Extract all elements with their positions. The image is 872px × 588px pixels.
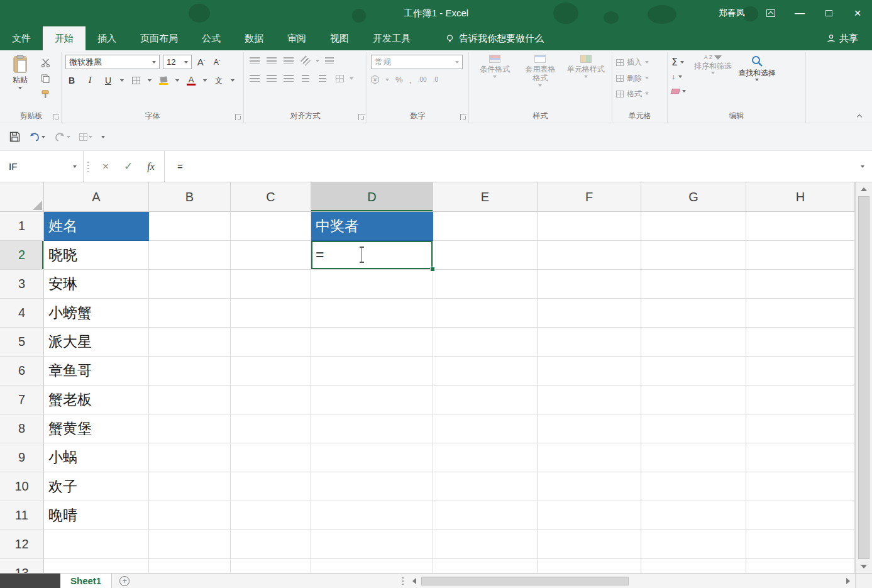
cell-D7[interactable] xyxy=(311,386,433,414)
cell-styles-button[interactable]: 单元格样式 xyxy=(564,55,608,78)
cell-C6[interactable] xyxy=(231,357,311,386)
column-header-C[interactable]: C xyxy=(231,182,311,212)
cell-E3[interactable] xyxy=(433,270,538,299)
cell-B7[interactable] xyxy=(149,386,231,414)
column-header-G[interactable]: G xyxy=(641,182,746,212)
increase-indent-button[interactable] xyxy=(316,72,329,84)
cell-A10[interactable]: 欢子 xyxy=(44,472,149,501)
cell-C2[interactable] xyxy=(231,241,311,270)
font-color-dropdown-icon[interactable] xyxy=(203,79,207,82)
cell-G12[interactable] xyxy=(641,530,746,559)
cell-H8[interactable] xyxy=(746,414,855,443)
cell-H10[interactable] xyxy=(746,472,855,501)
cell-E1[interactable] xyxy=(433,212,538,241)
cell-A11[interactable]: 晚晴 xyxy=(44,501,149,530)
align-top-button[interactable] xyxy=(248,55,262,67)
name-box[interactable]: IF xyxy=(0,151,84,182)
cell-A4[interactable]: 小螃蟹 xyxy=(44,299,149,328)
scroll-up-icon[interactable] xyxy=(856,182,872,196)
cell-B4[interactable] xyxy=(149,299,231,328)
decrease-font-button[interactable]: Aˇ xyxy=(211,56,223,69)
number-format-select[interactable]: 常规 xyxy=(371,55,463,69)
cell-A8[interactable]: 蟹黄堡 xyxy=(44,414,149,443)
cell-B12[interactable] xyxy=(149,530,231,559)
column-header-B[interactable]: B xyxy=(149,182,231,212)
find-select-button[interactable]: 查找和选择 xyxy=(735,55,779,81)
column-header-E[interactable]: E xyxy=(433,182,538,212)
cell-G13[interactable] xyxy=(641,559,746,573)
row-header-11[interactable]: 11 xyxy=(0,501,44,530)
cell-D3[interactable] xyxy=(311,270,433,299)
cell-E10[interactable] xyxy=(433,472,538,501)
tab-data[interactable]: 数据 xyxy=(233,26,275,50)
cell-H1[interactable] xyxy=(746,212,855,241)
align-center-button[interactable] xyxy=(265,72,279,84)
cell-G8[interactable] xyxy=(641,414,746,443)
cell-E11[interactable] xyxy=(433,501,538,530)
cell-E4[interactable] xyxy=(433,299,538,328)
clipboard-dialog-launcher[interactable] xyxy=(53,114,59,120)
cut-button[interactable] xyxy=(38,57,53,69)
fill-button[interactable]: ↓ xyxy=(671,70,686,82)
sheet-tab-sheet1[interactable]: Sheet1 xyxy=(60,574,112,588)
autosum-button[interactable]: Σ xyxy=(671,56,686,68)
qat-custom-button[interactable] xyxy=(76,128,96,146)
borders-button[interactable] xyxy=(130,74,142,87)
sort-filter-button[interactable]: A Z 排序和筛选 xyxy=(691,55,735,74)
decrease-decimal-button[interactable]: .0 xyxy=(433,76,438,83)
cell-G11[interactable] xyxy=(641,501,746,530)
horizontal-scroll-thumb[interactable] xyxy=(421,577,629,585)
row-header-9[interactable]: 9 xyxy=(0,443,44,472)
cell-C13[interactable] xyxy=(231,559,311,573)
cell-B10[interactable] xyxy=(149,472,231,501)
cell-H6[interactable] xyxy=(746,357,855,386)
cell-F8[interactable] xyxy=(538,414,641,443)
cell-E5[interactable] xyxy=(433,328,538,357)
cancel-button[interactable]: × xyxy=(95,151,116,182)
cell-B8[interactable] xyxy=(149,414,231,443)
cell-A3[interactable]: 安琳 xyxy=(44,270,149,299)
cell-H7[interactable] xyxy=(746,386,855,414)
formula-input[interactable]: = xyxy=(164,151,853,182)
align-middle-button[interactable] xyxy=(265,55,279,67)
cell-G5[interactable] xyxy=(641,328,746,357)
scroll-down-icon[interactable] xyxy=(856,560,872,573)
cell-F12[interactable] xyxy=(538,530,641,559)
row-header-12[interactable]: 12 xyxy=(0,530,44,559)
cell-B13[interactable] xyxy=(149,559,231,573)
cell-F1[interactable] xyxy=(538,212,641,241)
cell-F9[interactable] xyxy=(538,443,641,472)
cell-A2[interactable]: 晓晓 xyxy=(44,241,149,270)
fill-color-dropdown-icon[interactable] xyxy=(175,79,179,82)
cell-A6[interactable]: 章鱼哥 xyxy=(44,357,149,386)
cell-D5[interactable] xyxy=(311,328,433,357)
cell-F4[interactable] xyxy=(538,299,641,328)
align-left-button[interactable] xyxy=(248,72,262,84)
cell-A12[interactable] xyxy=(44,530,149,559)
conditional-formatting-button[interactable]: 条件格式 xyxy=(473,55,517,78)
cell-D4[interactable] xyxy=(311,299,433,328)
cell-F7[interactable] xyxy=(538,386,641,414)
cell-D8[interactable] xyxy=(311,414,433,443)
cell-C4[interactable] xyxy=(231,299,311,328)
cell-F5[interactable] xyxy=(538,328,641,357)
cell-D1[interactable]: 中奖者 xyxy=(311,212,433,241)
cell-H4[interactable] xyxy=(746,299,855,328)
select-all-corner[interactable] xyxy=(0,182,44,212)
fill-color-button[interactable] xyxy=(157,74,170,87)
row-header-3[interactable]: 3 xyxy=(0,270,44,299)
row-header-4[interactable]: 4 xyxy=(0,299,44,328)
font-dialog-launcher[interactable] xyxy=(235,114,241,120)
decrease-indent-button[interactable] xyxy=(299,72,312,84)
cell-C3[interactable] xyxy=(231,270,311,299)
cell-G1[interactable] xyxy=(641,212,746,241)
minimize-button[interactable]: — xyxy=(785,0,814,26)
row-header-13[interactable]: 13 xyxy=(0,559,44,573)
increase-decimal-button[interactable]: .00 xyxy=(418,76,427,83)
cell-G6[interactable] xyxy=(641,357,746,386)
borders-dropdown-icon[interactable] xyxy=(148,79,152,82)
row-header-6[interactable]: 6 xyxy=(0,357,44,386)
copy-button[interactable] xyxy=(38,72,53,85)
cell-G3[interactable] xyxy=(641,270,746,299)
cell-H12[interactable] xyxy=(746,530,855,559)
